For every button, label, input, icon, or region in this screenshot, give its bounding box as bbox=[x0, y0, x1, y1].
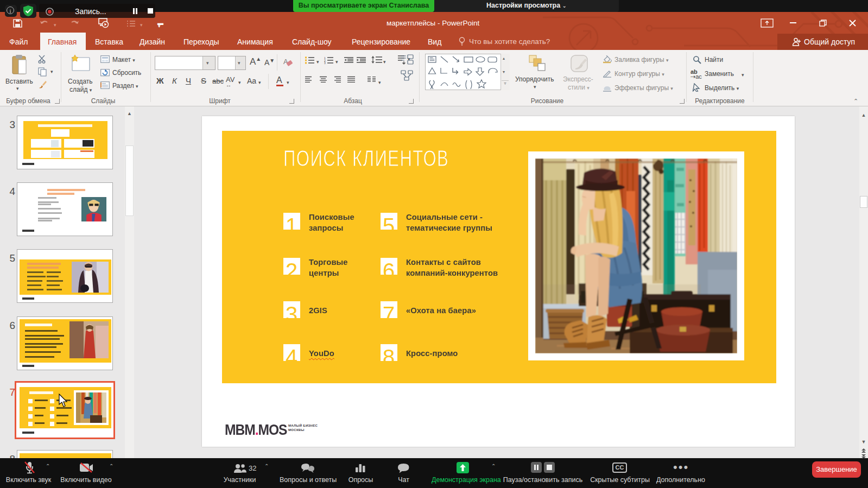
svg-text:3: 3 bbox=[324, 61, 326, 64]
